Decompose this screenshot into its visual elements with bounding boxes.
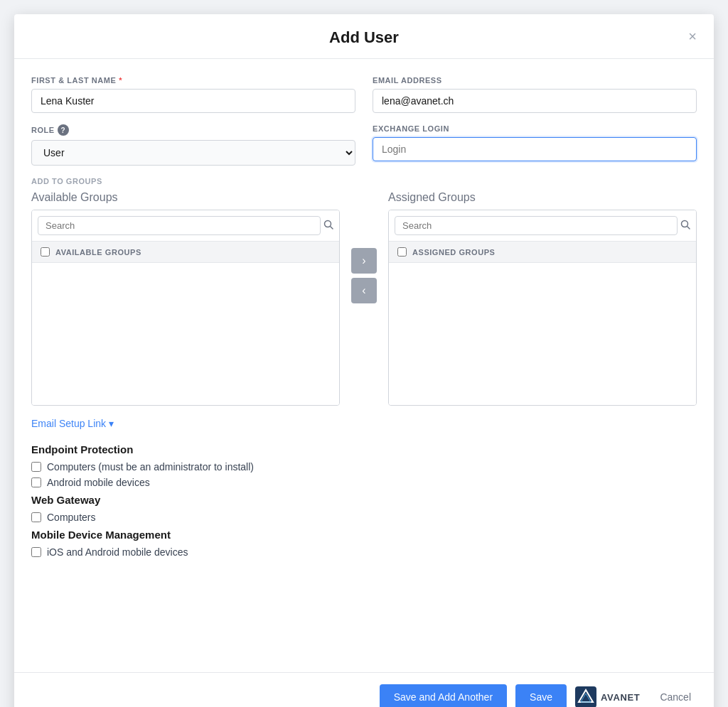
assigned-search-input[interactable] xyxy=(395,216,678,235)
first-last-name-label: FIRST & LAST NAME * xyxy=(31,76,355,85)
add-to-groups-label: ADD TO GROUPS xyxy=(31,177,697,185)
available-groups-wrapper: Available Groups xyxy=(31,191,340,406)
first-last-name-input[interactable] xyxy=(31,89,355,113)
brand-name: AVANET xyxy=(601,692,640,703)
chevron-down-icon: ▾ xyxy=(109,418,114,429)
modal-body: FIRST & LAST NAME * EMAIL ADDRESS ROLE ?… xyxy=(14,59,714,672)
assigned-groups-header: ASSIGNED GROUPS xyxy=(389,242,696,263)
computers-web-row: Computers xyxy=(31,512,697,523)
modal-footer: Save and Add Another Save AVANET Cancel xyxy=(14,672,714,707)
computers-endpoint-checkbox[interactable] xyxy=(31,462,41,472)
web-gateway-title: Web Gateway xyxy=(31,494,697,506)
add-user-modal: Add User × FIRST & LAST NAME * EMAIL ADD… xyxy=(14,14,714,707)
available-groups-title: Available Groups xyxy=(31,191,340,204)
role-exchange-row: ROLE ? User Administrator Manager EXCHAN… xyxy=(31,124,697,166)
assigned-search-button[interactable] xyxy=(680,220,690,232)
ios-android-label: iOS and Android mobile devices xyxy=(47,546,188,558)
name-email-row: FIRST & LAST NAME * EMAIL ADDRESS xyxy=(31,76,697,113)
groups-row: Available Groups xyxy=(31,191,697,406)
android-endpoint-label: Android mobile devices xyxy=(47,477,150,488)
assigned-search-bar xyxy=(389,210,696,242)
assigned-groups-wrapper: Assigned Groups xyxy=(388,191,697,406)
save-add-another-button[interactable]: Save and Add Another xyxy=(380,684,507,707)
search-icon xyxy=(680,220,690,230)
available-groups-body xyxy=(32,263,339,405)
groups-section: Available Groups xyxy=(31,191,697,406)
modal-title: Add User xyxy=(329,28,399,47)
mobile-mgmt-title: Mobile Device Management xyxy=(31,529,697,541)
role-help-icon[interactable]: ? xyxy=(58,124,69,136)
email-input[interactable] xyxy=(373,89,697,113)
ios-android-row: iOS and Android mobile devices xyxy=(31,546,697,558)
assigned-select-all-checkbox[interactable] xyxy=(397,247,407,257)
android-endpoint-checkbox[interactable] xyxy=(31,477,41,487)
exchange-login-label: EXCHANGE LOGIN xyxy=(373,124,697,133)
mobile-mgmt-section: Mobile Device Management iOS and Android… xyxy=(31,529,697,558)
available-select-all-checkbox[interactable] xyxy=(41,247,50,257)
available-search-input[interactable] xyxy=(38,216,321,235)
email-setup-link[interactable]: Email Setup Link ▾ xyxy=(31,418,114,429)
assigned-groups-body xyxy=(389,263,696,405)
assigned-groups-panel: ASSIGNED GROUPS xyxy=(388,210,697,406)
exchange-login-group: EXCHANGE LOGIN xyxy=(373,124,697,166)
android-endpoint-row: Android mobile devices xyxy=(31,477,697,488)
web-gateway-section: Web Gateway Computers xyxy=(31,494,697,523)
required-star: * xyxy=(119,76,122,85)
available-search-button[interactable] xyxy=(323,220,333,232)
modal-header: Add User × xyxy=(14,14,714,59)
computers-web-label: Computers xyxy=(47,512,95,523)
svg-line-3 xyxy=(687,227,690,230)
cancel-button[interactable]: Cancel xyxy=(654,684,697,707)
search-icon xyxy=(323,220,333,230)
svg-line-1 xyxy=(331,227,333,230)
available-groups-panel: AVAILABLE GROUPS xyxy=(31,210,340,406)
available-search-bar xyxy=(32,210,339,242)
computers-endpoint-row: Computers (must be an administrator to i… xyxy=(31,461,697,473)
transfer-left-button[interactable]: ‹ xyxy=(351,278,377,303)
avanet-logo-icon xyxy=(575,686,596,707)
computers-web-checkbox[interactable] xyxy=(31,512,41,522)
transfer-right-button[interactable]: › xyxy=(351,248,377,274)
save-button[interactable]: Save xyxy=(515,684,567,707)
first-last-name-group: FIRST & LAST NAME * xyxy=(31,76,355,113)
exchange-login-input[interactable] xyxy=(373,137,697,161)
role-select[interactable]: User Administrator Manager xyxy=(31,140,355,166)
email-group: EMAIL ADDRESS xyxy=(373,76,697,113)
computers-endpoint-label: Computers (must be an administrator to i… xyxy=(47,461,254,473)
ios-android-checkbox[interactable] xyxy=(31,547,41,557)
available-groups-header: AVAILABLE GROUPS xyxy=(32,242,339,263)
footer-right: Save and Add Another Save AVANET Cancel xyxy=(380,684,697,707)
assigned-groups-title: Assigned Groups xyxy=(388,191,697,204)
email-label: EMAIL ADDRESS xyxy=(373,76,697,85)
role-group: ROLE ? User Administrator Manager xyxy=(31,124,355,166)
transfer-buttons: › ‹ xyxy=(340,248,388,303)
endpoint-protection-section: Endpoint Protection Computers (must be a… xyxy=(31,443,697,488)
brand-logo: AVANET xyxy=(575,686,640,707)
role-label: ROLE ? xyxy=(31,124,355,136)
endpoint-protection-title: Endpoint Protection xyxy=(31,443,697,455)
close-button[interactable]: × xyxy=(685,26,700,46)
